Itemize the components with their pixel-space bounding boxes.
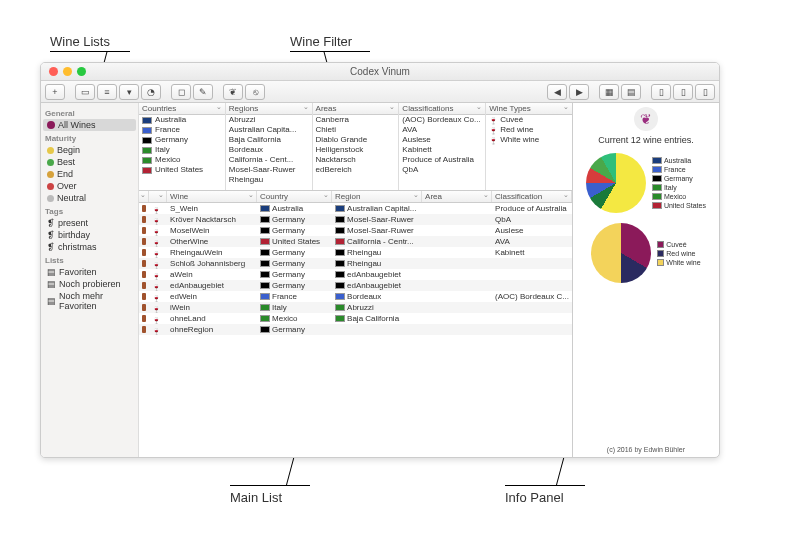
filter-item[interactable]: United States [139, 165, 225, 175]
grapes-button[interactable]: ❦ [223, 84, 243, 100]
sidebar-best[interactable]: Best [43, 156, 136, 168]
table-row[interactable]: 🍷S_WeinAustraliaAustralian Capital...Pro… [139, 203, 572, 214]
sidebar-neutral[interactable]: Neutral [43, 192, 136, 204]
cell [139, 313, 149, 324]
sidebar-begin[interactable]: Begin [43, 144, 136, 156]
filter-item[interactable]: Germany [139, 135, 225, 145]
filter-item[interactable]: 🍷Red wine [486, 125, 572, 135]
table-row[interactable]: 🍷RheingauWeinGermanyRheingauKabinett [139, 247, 572, 258]
filter-item[interactable]: Produce of Australia [399, 155, 485, 165]
chart-button[interactable]: ◔ [141, 84, 161, 100]
table-row[interactable]: 🍷edAnbaugebietGermanyedAnbaugebiet [139, 280, 572, 291]
filter-head[interactable]: Wine Types [486, 103, 572, 115]
sidebar-tag-christmas[interactable]: ❡christmas [43, 241, 136, 253]
filter-item[interactable]: QbA [399, 165, 485, 175]
cube-icon [142, 227, 146, 234]
cell [422, 214, 492, 225]
table-row[interactable]: 🍷aWeinGermanyedAnbaugebiet [139, 269, 572, 280]
table-row[interactable]: 🍷edWeinFranceBordeaux(AOC) Bordeaux C... [139, 291, 572, 302]
filter-item[interactable]: Baja California [226, 135, 312, 145]
flag-icon [335, 249, 345, 256]
table-row[interactable]: 🍷Kröver NacktarschGermanyMosel-Saar-Ruwe… [139, 214, 572, 225]
filter-item[interactable]: Bordeaux [226, 145, 312, 155]
col-wine[interactable]: Wine [167, 191, 257, 202]
col-country[interactable]: Country [257, 191, 332, 202]
filter-item[interactable]: Canberra [313, 115, 399, 125]
table-row[interactable]: 🍷iWeinItalyAbruzzi [139, 302, 572, 313]
sidebar-left-button[interactable]: ▯ [651, 84, 671, 100]
grid-button[interactable]: ▦ [599, 84, 619, 100]
bottle-button[interactable]: ⎋ [245, 84, 265, 100]
col-area[interactable]: Area [422, 191, 492, 202]
filter-item[interactable]: Rheingau [226, 175, 312, 185]
col-class[interactable]: Classification [492, 191, 572, 202]
filter-item[interactable]: Chieti [313, 125, 399, 135]
sidebar: General All Wines Maturity Begin Best En… [41, 103, 139, 457]
sidebar-list-favoriten[interactable]: ▤Favoriten [43, 266, 136, 278]
filter-item[interactable]: Nacktarsch [313, 155, 399, 165]
filter-item[interactable]: Australia [139, 115, 225, 125]
filter-countries[interactable]: CountriesAustraliaFranceGermanyItalyMexi… [139, 103, 226, 190]
titlebar[interactable]: Codex Vinum [41, 63, 719, 81]
filter-item[interactable]: 🍷White wine [486, 135, 572, 145]
table-row[interactable]: 🍷ohneLandMexicoBaja California [139, 313, 572, 324]
sidebar-list-nochmehr[interactable]: ▤Noch mehr Favoriten [43, 290, 136, 312]
filter-item[interactable]: Heiligenstock [313, 145, 399, 155]
sidebar-list-noch[interactable]: ▤Noch probieren [43, 278, 136, 290]
filter-areas[interactable]: AreasCanberraChietiDiablo GrandeHeiligen… [313, 103, 400, 190]
filter-item[interactable]: Kabinett [399, 145, 485, 155]
add-button[interactable]: + [45, 84, 65, 100]
filter-head[interactable]: Areas [313, 103, 399, 115]
tag-button[interactable]: ◻ [171, 84, 191, 100]
filter-item[interactable]: California - Cent... [226, 155, 312, 165]
sidebar-mid-button[interactable]: ▯ [673, 84, 693, 100]
table-row[interactable]: 🍷MoselWeinGermanyMosel-Saar-RuwerAuslese [139, 225, 572, 236]
col-region[interactable]: Region [332, 191, 422, 202]
filter-button[interactable]: ▾ [119, 84, 139, 100]
filter-head[interactable]: Regions [226, 103, 312, 115]
filter-classifications[interactable]: Classifications(AOC) Bordeaux Co...AVAAu… [399, 103, 486, 190]
filter-item-label: France [155, 125, 180, 135]
zoom-icon[interactable] [77, 67, 86, 76]
filter-item[interactable]: Australian Capita... [226, 125, 312, 135]
filter-item[interactable]: AVA [399, 125, 485, 135]
filter-head[interactable]: Classifications [399, 103, 485, 115]
filter-regions[interactable]: RegionsAbruzziAustralian Capita...Baja C… [226, 103, 313, 190]
view-list-button[interactable]: ≡ [97, 84, 117, 100]
filter-item[interactable]: France [139, 125, 225, 135]
cell [492, 313, 572, 324]
cell: California - Centr... [332, 236, 422, 247]
glass-icon: 🍷 [152, 326, 160, 334]
tiles-button[interactable]: ▤ [621, 84, 641, 100]
table-body[interactable]: 🍷S_WeinAustraliaAustralian Capital...Pro… [139, 203, 572, 457]
sidebar-all-wines[interactable]: All Wines [43, 119, 136, 131]
filter-item[interactable]: (AOC) Bordeaux Co... [399, 115, 485, 125]
filter-item[interactable]: Italy [139, 145, 225, 155]
view-card-button[interactable]: ▭ [75, 84, 95, 100]
prev-button[interactable]: ◀ [547, 84, 567, 100]
sidebar-right-button[interactable]: ▯ [695, 84, 715, 100]
filter-head[interactable]: Countries [139, 103, 225, 115]
sidebar-end[interactable]: End [43, 168, 136, 180]
filter-item[interactable]: Mosel-Saar-Ruwer [226, 165, 312, 175]
minimize-icon[interactable] [63, 67, 72, 76]
edit-button[interactable]: ✎ [193, 84, 213, 100]
filter-item[interactable]: Mexico [139, 155, 225, 165]
next-button[interactable]: ▶ [569, 84, 589, 100]
table-row[interactable]: 🍷OtherWineUnited StatesCalifornia - Cent… [139, 236, 572, 247]
filter-item[interactable]: edBereich [313, 165, 399, 175]
filter-item[interactable]: Auslese [399, 135, 485, 145]
filter-item[interactable]: 🍷Cuveé [486, 115, 572, 125]
filter-winetypes[interactable]: Wine Types🍷Cuveé🍷Red wine🍷White wine [486, 103, 572, 190]
filter-item[interactable]: Abruzzi [226, 115, 312, 125]
table-row[interactable]: 🍷Schloß JohannisbergGermanyRheingau [139, 258, 572, 269]
filter-item[interactable]: Diablo Grande [313, 135, 399, 145]
table-row[interactable]: 🍷ohneRegionGermany [139, 324, 572, 335]
flag-icon [335, 304, 345, 311]
cell [139, 247, 149, 258]
close-icon[interactable] [49, 67, 58, 76]
sidebar-tag-birthday[interactable]: ❡birthday [43, 229, 136, 241]
sidebar-tag-present[interactable]: ❡present [43, 217, 136, 229]
filter-item-label: Kabinett [402, 145, 431, 155]
sidebar-over[interactable]: Over [43, 180, 136, 192]
